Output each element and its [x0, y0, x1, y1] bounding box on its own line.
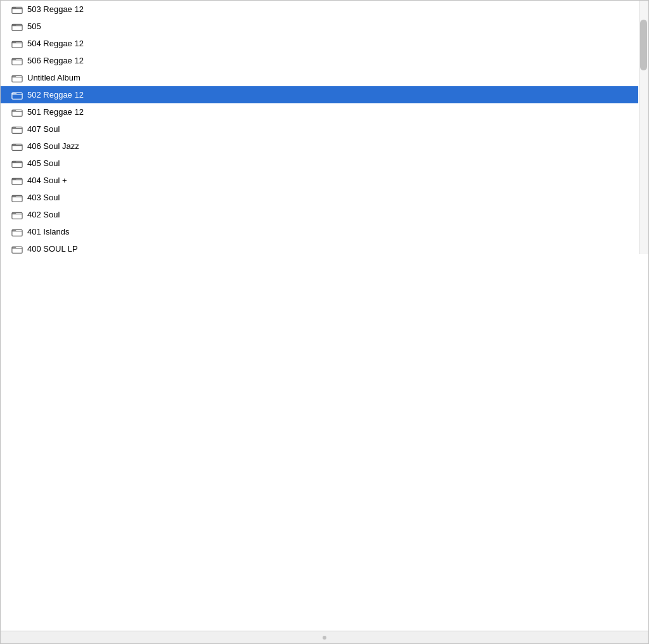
folder-icon — [11, 157, 23, 170]
list-item-item-502-reggae-12[interactable]: 502 Reggae 12 — [1, 86, 638, 103]
folder-icon — [11, 174, 23, 187]
item-label: 402 Soul — [27, 210, 60, 219]
list-item-item-402-soul[interactable]: 402 Soul — [1, 206, 638, 223]
svg-rect-6 — [12, 110, 22, 116]
list-item-item-403-soul[interactable]: 403 Soul — [1, 189, 638, 206]
list-item-item-503-reggae-12[interactable]: 503 Reggae 12 — [1, 1, 638, 18]
svg-rect-13 — [12, 229, 22, 236]
svg-rect-14 — [12, 247, 22, 253]
folder-icon — [11, 55, 23, 67]
scrollbar-thumb[interactable] — [640, 20, 647, 70]
item-label: 501 Reggae 12 — [27, 107, 84, 117]
folder-icon — [11, 140, 23, 153]
item-label: 404 Soul + — [27, 176, 67, 185]
item-label: 405 Soul — [27, 158, 60, 168]
file-list: 503 Reggae 12 505 504 Reggae 12 506 Regg… — [1, 1, 638, 254]
list-item-item-407-soul[interactable]: 407 Soul — [1, 120, 638, 138]
folder-icon — [11, 20, 23, 33]
scroll-indicator — [323, 636, 326, 640]
svg-rect-0 — [12, 7, 22, 13]
svg-rect-8 — [12, 144, 22, 150]
folder-icon — [11, 243, 23, 255]
svg-rect-3 — [12, 58, 22, 65]
item-label: 401 Islands — [27, 227, 70, 236]
svg-rect-7 — [12, 127, 22, 133]
list-item-item-404-soul-plus[interactable]: 404 Soul + — [1, 172, 638, 189]
svg-rect-10 — [12, 178, 22, 184]
folder-icon — [11, 106, 23, 119]
folder-icon — [11, 72, 23, 84]
folder-icon — [11, 37, 23, 50]
svg-rect-4 — [12, 75, 22, 82]
svg-rect-12 — [12, 212, 22, 219]
item-label: 406 Soul Jazz — [27, 141, 79, 151]
folder-icon — [11, 209, 23, 221]
folder-icon — [11, 226, 23, 238]
item-label: 502 Reggae 12 — [27, 90, 84, 100]
list-item-item-504-reggae-12[interactable]: 504 Reggae 12 — [1, 35, 638, 52]
list-item-item-505[interactable]: 505 — [1, 18, 638, 35]
bottom-bar — [1, 631, 648, 643]
svg-rect-1 — [12, 24, 22, 30]
list-item-item-506-reggae-12[interactable]: 506 Reggae 12 — [1, 52, 638, 69]
item-label: Untitled Album — [27, 73, 80, 82]
svg-rect-11 — [12, 195, 22, 202]
item-label: 407 Soul — [27, 124, 60, 134]
list-item-item-501-reggae-12[interactable]: 501 Reggae 12 — [1, 103, 638, 120]
item-label: 403 Soul — [27, 193, 60, 202]
folder-icon — [11, 3, 23, 16]
list-item-item-401-islands[interactable]: 401 Islands — [1, 223, 638, 240]
svg-rect-9 — [12, 161, 22, 167]
item-label: 503 Reggae 12 — [27, 4, 84, 14]
svg-rect-2 — [12, 41, 22, 48]
folder-icon — [11, 89, 23, 101]
item-label: 400 SOUL LP — [27, 244, 78, 254]
list-item-item-406-soul-jazz[interactable]: 406 Soul Jazz — [1, 138, 638, 155]
list-item-item-untitled-album[interactable]: Untitled Album — [1, 69, 638, 86]
item-label: 506 Reggae 12 — [27, 56, 84, 65]
item-label: 504 Reggae 12 — [27, 39, 84, 48]
item-label: 505 — [27, 22, 41, 31]
list-item-item-400-soul-lp[interactable]: 400 SOUL LP — [1, 240, 638, 254]
list-item-item-405-soul[interactable]: 405 Soul — [1, 155, 638, 172]
folder-icon — [11, 123, 23, 136]
main-window: 503 Reggae 12 505 504 Reggae 12 506 Regg… — [0, 0, 649, 644]
folder-icon — [11, 191, 23, 204]
scrollbar-track[interactable] — [639, 1, 648, 254]
